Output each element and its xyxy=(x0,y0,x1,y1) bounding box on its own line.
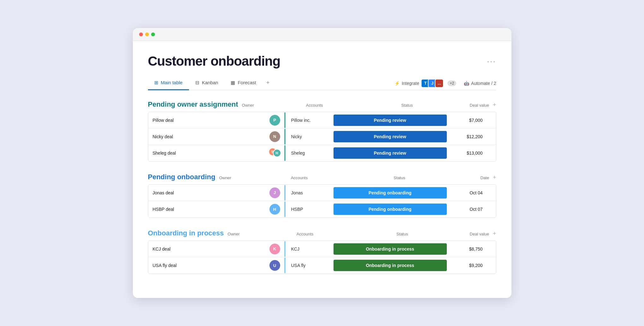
row-divider xyxy=(284,201,287,217)
integrate-button[interactable]: ⚡ Integrate T J ... +2 xyxy=(394,79,456,88)
row-action[interactable] xyxy=(487,206,496,212)
main-table-icon: ⊞ xyxy=(154,80,158,86)
deal-value: $13,000 xyxy=(449,147,487,159)
add-col-1[interactable]: + xyxy=(493,174,496,181)
col-accounts-label-0: Accounts xyxy=(292,103,337,108)
deal-name: Sheleg deal xyxy=(148,147,265,159)
tab-main-table[interactable]: ⊞ Main table xyxy=(148,77,189,90)
row-divider xyxy=(284,112,287,128)
owner-avatar: S H xyxy=(265,146,284,160)
dot-green[interactable] xyxy=(151,33,155,36)
owner-avatar: P xyxy=(265,113,284,127)
tab-bar: ⊞ Main table ⊟ Kanban ▦ Forecast + ⚡ Int… xyxy=(148,76,496,90)
avatar-img: U xyxy=(269,260,280,271)
table-row: Jonas deal J Jonas Pending onboarding Oc… xyxy=(148,185,496,201)
status-cell: Pending review xyxy=(332,147,449,159)
table-row: KCJ deal K KCJ Onboarding in process $8,… xyxy=(148,241,496,257)
row-action[interactable] xyxy=(487,190,496,196)
add-col-2[interactable]: + xyxy=(493,230,496,237)
automate-button[interactable]: 🤖 Automate / 2 xyxy=(464,81,496,86)
deal-name: KCJ deal xyxy=(148,243,265,255)
browser-dots xyxy=(139,33,505,36)
status-cell: Onboarding in process xyxy=(332,243,449,255)
tab-kanban[interactable]: ⊟ Kanban xyxy=(189,77,225,90)
status-badge: Pending review xyxy=(334,147,447,159)
section-pending-owner: Pending owner assignment Owner Accounts … xyxy=(148,100,496,162)
automate-label: Automate / 2 xyxy=(471,81,496,86)
more-options-button[interactable]: ··· xyxy=(487,57,496,66)
add-col-0[interactable]: + xyxy=(493,102,496,108)
app-content: Customer onboarding ··· ⊞ Main table ⊟ K… xyxy=(133,41,511,298)
integrate-icon: ⚡ xyxy=(394,81,400,86)
status-badge: Pending review xyxy=(334,131,447,142)
row-divider xyxy=(284,145,287,161)
integration-icons: T J ... xyxy=(421,79,444,88)
app-header: Customer onboarding ··· xyxy=(148,54,496,69)
owner-avatar: K xyxy=(265,242,284,256)
owner-avatar: H xyxy=(265,202,284,216)
avatar-img: N xyxy=(269,131,280,142)
avatar-img: P xyxy=(269,115,280,126)
browser-window: Customer onboarding ··· ⊞ Main table ⊟ K… xyxy=(133,28,511,298)
row-action[interactable] xyxy=(487,262,496,269)
section-title-onboarding-process: Onboarding in process xyxy=(148,229,224,237)
row-action[interactable] xyxy=(487,246,496,252)
date-value: Oct 04 xyxy=(449,187,487,199)
deal-name: Nicky deal xyxy=(148,131,265,142)
account-name: USA fly xyxy=(287,260,332,271)
avatar-img: J xyxy=(269,187,280,198)
deal-name: Jonas deal xyxy=(148,187,265,199)
status-cell: Pending review xyxy=(332,115,449,126)
status-badge: Pending review xyxy=(334,115,447,126)
table-onboarding-process: KCJ deal K KCJ Onboarding in process $8,… xyxy=(148,240,496,274)
col-owner-label-2: Owner xyxy=(227,232,239,236)
section-onboarding-process: Onboarding in process Owner Accounts Sta… xyxy=(148,229,496,274)
tab-main-table-label: Main table xyxy=(161,80,183,85)
status-cell: Pending onboarding xyxy=(332,204,449,215)
table-row: Sheleg deal S H Sheleg Pending review $1… xyxy=(148,145,496,161)
status-badge: Onboarding in process xyxy=(334,260,447,271)
deal-name: USA fly deal xyxy=(148,260,265,271)
avatar-img: K xyxy=(269,244,280,254)
section-header-pending-owner: Pending owner assignment Owner Accounts … xyxy=(148,100,496,109)
integration-badge: +2 xyxy=(447,80,456,86)
integrate-label: Integrate xyxy=(402,81,419,86)
dot-red[interactable] xyxy=(139,33,143,36)
row-divider xyxy=(284,129,287,145)
status-cell: Onboarding in process xyxy=(332,260,449,271)
deal-value: $9,200 xyxy=(449,260,487,271)
row-action[interactable] xyxy=(487,133,496,140)
account-name: Jonas xyxy=(287,187,332,199)
col-value-label-0: Deal value xyxy=(451,103,489,108)
page-title: Customer onboarding xyxy=(148,54,281,69)
automate-icon: 🤖 xyxy=(464,81,469,86)
account-name: Nicky xyxy=(287,131,332,142)
section-pending-onboarding: Pending onboarding Owner Accounts Status… xyxy=(148,173,496,218)
col-owner-label-1: Owner xyxy=(219,175,231,180)
section-header-pending-onboarding: Pending onboarding Owner Accounts Status… xyxy=(148,173,496,181)
row-action[interactable] xyxy=(487,117,496,123)
table-pending-onboarding: Jonas deal J Jonas Pending onboarding Oc… xyxy=(148,184,496,218)
status-badge: Pending onboarding xyxy=(334,204,447,215)
deal-value: $8,750 xyxy=(449,243,487,255)
deal-value: $7,000 xyxy=(449,115,487,126)
avatar-group: S H xyxy=(269,148,281,158)
add-tab-button[interactable]: + xyxy=(263,76,274,90)
deal-value: $12,200 xyxy=(449,131,487,142)
status-cell: Pending onboarding xyxy=(332,187,449,199)
forecast-icon: ▦ xyxy=(231,80,235,86)
owner-avatar: U xyxy=(265,258,284,273)
section-title-pending-owner: Pending owner assignment xyxy=(148,100,238,109)
col-status-label-2: Status xyxy=(370,232,408,236)
col-accounts-label-1: Accounts xyxy=(277,175,321,180)
deal-name: HSBP deal xyxy=(148,204,265,215)
table-row: Pillow deal P Pillow inc. Pending review… xyxy=(148,112,496,128)
account-name: KCJ xyxy=(287,243,332,255)
dot-yellow[interactable] xyxy=(145,33,149,36)
account-name: HSBP xyxy=(287,204,332,215)
table-pending-owner: Pillow deal P Pillow inc. Pending review… xyxy=(148,112,496,162)
tab-forecast[interactable]: ▦ Forecast xyxy=(224,77,262,90)
tab-kanban-label: Kanban xyxy=(202,80,218,85)
row-action[interactable] xyxy=(487,150,496,156)
tab-actions: ⚡ Integrate T J ... +2 🤖 Automate / 2 xyxy=(394,79,496,88)
